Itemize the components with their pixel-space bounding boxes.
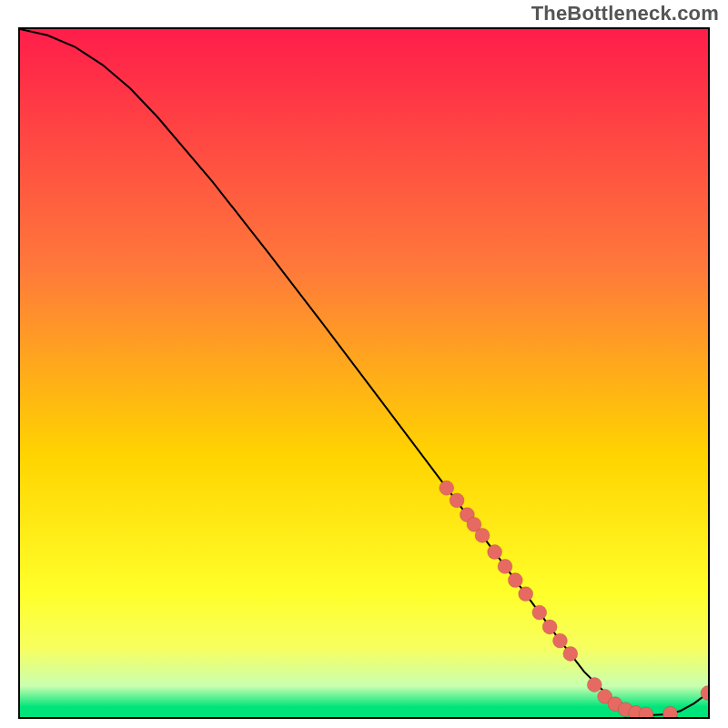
data-dot	[475, 528, 490, 542]
chart-container: TheBottleneck.com	[0, 0, 728, 728]
data-dot	[587, 678, 602, 693]
data-dot	[498, 559, 512, 573]
chart-svg	[20, 29, 708, 717]
plot-area	[18, 27, 710, 719]
watermark-text: TheBottleneck.com	[531, 2, 719, 25]
gradient-background	[20, 29, 708, 717]
data-dot	[450, 493, 464, 508]
data-dot	[532, 605, 547, 620]
data-dot	[542, 620, 557, 634]
data-dot	[519, 587, 533, 602]
data-dot	[553, 633, 568, 648]
data-dot	[563, 647, 578, 662]
data-dot	[440, 480, 454, 495]
data-dot	[488, 545, 502, 560]
data-dot	[508, 573, 522, 588]
